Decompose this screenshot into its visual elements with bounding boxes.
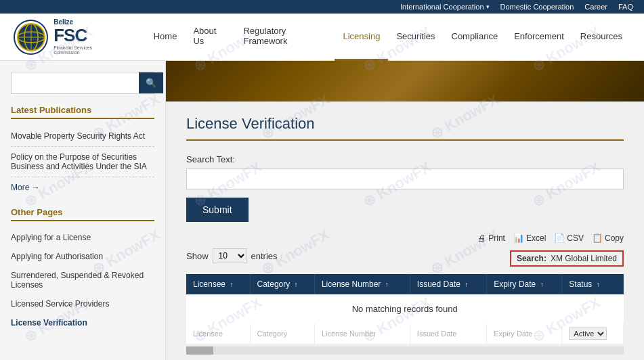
- csv-button[interactable]: 📄 CSV: [554, 233, 584, 243]
- table-search-box: Search: XM Global Limited: [510, 250, 624, 267]
- col-issued-date: Issued Date ↑: [410, 274, 486, 294]
- show-entries: Show 10 25 50 100 entries: [186, 248, 278, 263]
- nav-securities[interactable]: Securities: [388, 14, 443, 61]
- logo: Belize FSC Financial Services Commission: [14, 18, 119, 55]
- sidebar-search-button[interactable]: 🔍: [139, 72, 163, 93]
- logo-subtitle: Financial Services Commission: [53, 45, 119, 55]
- table-scrollbar[interactable]: [186, 346, 624, 355]
- publications-title: Latest Publications: [11, 105, 154, 119]
- table-row: Licensee Category License Number Issued …: [186, 323, 624, 344]
- search-icon: 🔍: [146, 78, 156, 88]
- copy-button[interactable]: 📋 Copy: [592, 233, 624, 243]
- col-licensee: Licensee ↑: [186, 274, 250, 294]
- col-status: Status ↑: [562, 274, 624, 294]
- print-button[interactable]: 🖨 Print: [477, 233, 505, 243]
- sidebar-search-container: 🔍: [11, 72, 154, 94]
- nav-licensing[interactable]: Licensing: [335, 14, 388, 61]
- table-search-value: XM Global Limited: [551, 254, 617, 263]
- sort-arrow-licensee: ↑: [230, 281, 233, 288]
- sidebar-item-applying-license[interactable]: Applying for a License: [11, 228, 154, 247]
- sidebar-more-link[interactable]: More →: [11, 177, 154, 198]
- sidebar-item-publication-2[interactable]: Policy on the Purpose of Securities Busi…: [11, 147, 154, 177]
- col-category: Category ↑: [250, 274, 314, 294]
- sidebar-item-surrendered-licenses[interactable]: Surrendered, Suspended & Revoked License…: [11, 266, 154, 294]
- col-license-number: License Number ↑: [314, 274, 410, 294]
- data-table: Licensee ↑ Category ↑ License Number ↑: [186, 274, 624, 344]
- csv-icon: 📄: [554, 233, 565, 243]
- print-icon: 🖨: [477, 233, 486, 243]
- placeholder-expiry-date: Expiry Date: [487, 323, 562, 344]
- nav-links: Home About Us Regulatory Framework Licen…: [146, 14, 630, 61]
- excel-icon: 📊: [513, 233, 524, 243]
- excel-button[interactable]: 📊 Excel: [513, 233, 546, 243]
- table-header-row: Licensee ↑ Category ↑ License Number ↑: [186, 274, 624, 294]
- placeholder-category: Category: [250, 323, 314, 344]
- sort-arrow-issued-date: ↑: [465, 281, 468, 288]
- nav-home[interactable]: Home: [146, 14, 186, 61]
- hero-image: [166, 61, 644, 102]
- search-text-label: Search Text:: [186, 154, 624, 164]
- table-scroll-thumb[interactable]: [186, 346, 213, 355]
- sort-arrow-expiry-date: ↑: [540, 281, 544, 288]
- logo-text: Belize FSC Financial Services Commission: [53, 18, 119, 55]
- chevron-down-icon: ▾: [486, 3, 490, 10]
- table-search-label: Search:: [517, 254, 546, 263]
- nav-regulatory-framework[interactable]: Regulatory Framework: [235, 14, 335, 61]
- topbar-domestic-cooperation[interactable]: Domestic Cooperation: [500, 3, 574, 11]
- sidebar-item-license-verification[interactable]: License Verification: [11, 313, 154, 332]
- topbar-international-cooperation[interactable]: International Cooperation ▾: [400, 3, 490, 11]
- main-nav: Belize FSC Financial Services Commission…: [0, 14, 644, 61]
- content-area: License Verification Search Text: Submit…: [166, 102, 644, 360]
- search-text-input[interactable]: [186, 168, 624, 189]
- placeholder-issued-date: Issued Date: [410, 323, 486, 344]
- status-select[interactable]: Active: [569, 328, 607, 340]
- topbar-career[interactable]: Career: [584, 3, 607, 11]
- nav-enforcement[interactable]: Enforcement: [506, 14, 572, 61]
- show-entries-row: Show 10 25 50 100 entries Search: XM Glo…: [186, 248, 624, 269]
- main-content: License Verification Search Text: Submit…: [166, 61, 644, 360]
- topbar-faq[interactable]: FAQ: [618, 3, 633, 11]
- nav-resources[interactable]: Resources: [572, 14, 630, 61]
- logo-fsc: FSC: [53, 26, 119, 45]
- placeholder-licensee: Licensee: [186, 323, 250, 344]
- no-records-message: No matching records found: [186, 294, 624, 323]
- copy-icon: 📋: [592, 233, 603, 243]
- nav-compliance[interactable]: Compliance: [444, 14, 507, 61]
- nav-about-us[interactable]: About Us: [185, 14, 235, 61]
- no-records-row: No matching records found: [186, 294, 624, 323]
- sidebar-item-publication-1[interactable]: Movable Property Security Rights Act: [11, 126, 154, 147]
- sort-arrow-category: ↑: [295, 281, 298, 288]
- sidebar: 🔍 Latest Publications Movable Property S…: [0, 61, 166, 360]
- layout: 🔍 Latest Publications Movable Property S…: [0, 61, 644, 360]
- sort-arrow-license-number: ↑: [385, 281, 389, 288]
- show-entries-select[interactable]: 10 25 50 100: [213, 248, 247, 263]
- sort-arrow-status: ↑: [597, 281, 600, 288]
- top-bar: International Cooperation ▾ Domestic Coo…: [0, 0, 644, 14]
- other-pages-title: Other Pages: [11, 207, 154, 221]
- table-controls-top: 🖨 Print 📊 Excel 📄 CSV 📋 Copy: [186, 233, 624, 243]
- placeholder-license-number: License Number: [314, 323, 410, 344]
- sidebar-item-licensed-service-providers[interactable]: Licensed Service Providers: [11, 294, 154, 313]
- col-expiry-date: Expiry Date ↑: [487, 274, 562, 294]
- placeholder-status: Active: [562, 323, 624, 344]
- page-title: License Verification: [186, 115, 624, 141]
- sidebar-item-applying-authorisation[interactable]: Applying for Authorisation: [11, 247, 154, 266]
- submit-button[interactable]: Submit: [186, 198, 249, 222]
- logo-circle: [14, 20, 48, 55]
- sidebar-search-input[interactable]: [12, 72, 139, 93]
